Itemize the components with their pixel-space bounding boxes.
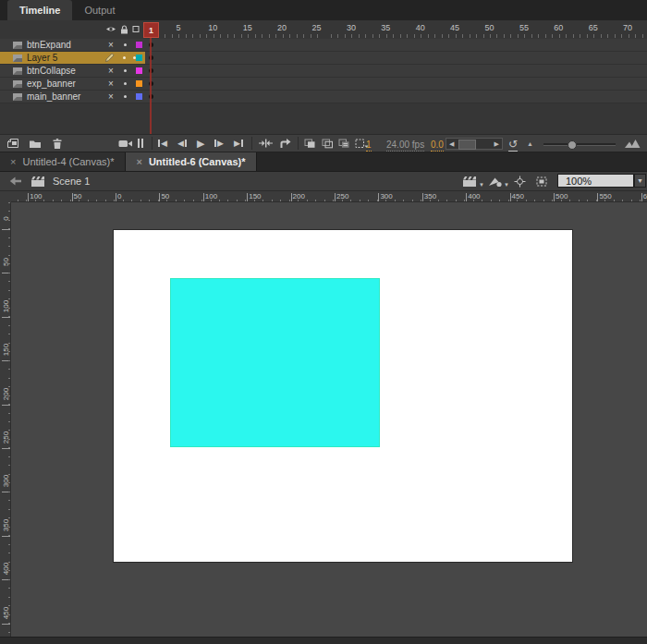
layer-row-main_banner[interactable]: main_banner×: [0, 91, 647, 103]
frame-number: 55: [519, 23, 529, 32]
loop-playback-button[interactable]: [278, 135, 292, 152]
hidden-x-mark[interactable]: ×: [108, 91, 114, 103]
layer-page-icon: [12, 92, 23, 102]
scene-breadcrumb[interactable]: Scene 1: [53, 172, 90, 190]
step-forward-button[interactable]: ▶: [214, 135, 224, 152]
ruler-label: 0: [2, 210, 10, 228]
layer-name[interactable]: btnExpand: [27, 39, 71, 51]
tab-timeline[interactable]: Timeline: [7, 0, 72, 20]
pasteboard[interactable]: [11, 202, 647, 644]
onion-skin-outlines-button[interactable]: [322, 135, 334, 152]
edit-symbols-button[interactable]: ▼: [487, 172, 509, 190]
layer-name[interactable]: exp_banner: [27, 78, 76, 90]
slider-thumb[interactable]: [568, 140, 577, 150]
ruler-label: 600: [643, 192, 647, 200]
doc-tab-untitled-4[interactable]: × Untitled-4 (Canvas)*: [0, 152, 126, 171]
frame-number: 45: [450, 23, 459, 32]
scene-clapperboard-icon: [31, 172, 46, 190]
ruler-label: 50: [2, 253, 10, 272]
hidden-x-mark[interactable]: ×: [108, 65, 114, 77]
unlocked-dot[interactable]: [124, 95, 127, 98]
visible-dot[interactable]: [123, 56, 126, 59]
ruler-label: 300: [2, 472, 10, 491]
ruler-tick: [2, 273, 10, 273]
doc-tab-untitled-6[interactable]: × Untitled-6 (Canvas)*: [126, 152, 257, 171]
add-camera-button[interactable]: [118, 135, 133, 152]
new-layer-button[interactable]: [6, 135, 19, 152]
frame-size-slider[interactable]: [543, 143, 616, 146]
layer-row-layer-5[interactable]: Layer 5: [0, 52, 647, 65]
ruler-tick: [159, 193, 160, 201]
frame-number: 25: [312, 23, 322, 32]
layer-outline-swatch[interactable]: [136, 42, 142, 48]
go-to-first-frame-button[interactable]: ◀: [158, 135, 167, 152]
document-tabbar: × Untitled-4 (Canvas)* × Untitled-6 (Can…: [0, 152, 647, 172]
playhead[interactable]: 1: [143, 22, 159, 38]
delete-layer-button[interactable]: [52, 135, 63, 152]
clip-content-button[interactable]: [535, 172, 548, 190]
close-icon[interactable]: ×: [10, 156, 16, 167]
layer-row-exp_banner[interactable]: exp_banner×: [0, 78, 647, 91]
layer-outline-swatch[interactable]: [136, 67, 142, 74]
ruler-tick: [116, 193, 116, 201]
ruler-label: 150: [249, 192, 261, 200]
layer-row-btncollapse[interactable]: btnCollapse×: [0, 65, 647, 78]
ruler-tick: [554, 193, 555, 201]
center-stage-button[interactable]: [514, 172, 526, 190]
zoom-dropdown-button[interactable]: ▼: [634, 174, 646, 188]
cyan-rectangle-shape[interactable]: [170, 278, 380, 447]
divider: [152, 137, 153, 150]
layer-row-left[interactable]: main_banner×: [0, 91, 145, 103]
layer-outline-swatch[interactable]: [136, 55, 142, 61]
stage[interactable]: [114, 230, 572, 562]
zoom-level-input[interactable]: 100%: [557, 174, 634, 188]
layer-name[interactable]: Layer 5: [27, 52, 57, 64]
edit-scene-button[interactable]: ▼: [462, 172, 484, 190]
shrink-frame-view-button[interactable]: ▲: [527, 135, 533, 152]
close-icon[interactable]: ×: [136, 156, 141, 167]
ruler-tick: [2, 448, 10, 449]
reset-timeline-zoom-button[interactable]: ↺: [508, 137, 518, 152]
ruler-tick: [378, 193, 379, 201]
show-parenting-button[interactable]: [138, 135, 143, 152]
scroll-right-icon[interactable]: ▶: [494, 140, 499, 147]
unlocked-dot[interactable]: [124, 69, 127, 72]
layer-outline-swatch[interactable]: [136, 93, 142, 100]
layer-row-left[interactable]: Layer 5: [0, 52, 145, 64]
layer-name[interactable]: main_banner: [27, 91, 80, 103]
layer-row-btnexpand[interactable]: btnExpand×: [0, 39, 647, 52]
unlocked-dot[interactable]: [124, 43, 127, 46]
layer-row-left[interactable]: btnCollapse×: [0, 65, 145, 77]
divider: [251, 137, 252, 150]
ruler-label: 100: [205, 192, 217, 200]
play-button[interactable]: ▶: [197, 135, 204, 152]
unlocked-dot[interactable]: [124, 82, 127, 85]
step-back-button[interactable]: ◀: [177, 135, 187, 152]
onion-skin-button[interactable]: [304, 135, 316, 152]
ruler-label: 400: [2, 560, 10, 578]
scroll-left-icon[interactable]: ◀: [449, 140, 454, 147]
timeline-scrollbar[interactable]: ◀ ▶: [446, 138, 503, 150]
flash-animate-window: Timeline Output 510152025303540455055606…: [0, 0, 647, 644]
scrollbar-thumb[interactable]: [458, 140, 476, 150]
timeline-header: 510152025303540455055606570 1: [0, 20, 647, 39]
tab-output[interactable]: Output: [72, 0, 127, 20]
go-to-last-frame-button[interactable]: ▶: [234, 135, 243, 152]
layer-outline-swatch[interactable]: [136, 80, 142, 87]
layer-row-left[interactable]: exp_banner×: [0, 78, 145, 90]
fps-indicator[interactable]: 24.00 fps: [386, 137, 424, 153]
current-frame-indicator[interactable]: 1: [366, 137, 372, 153]
hidden-x-mark[interactable]: ×: [108, 78, 114, 90]
center-frame-button[interactable]: [259, 135, 273, 152]
layer-name[interactable]: btnCollapse: [27, 65, 76, 77]
new-folder-button[interactable]: [29, 135, 42, 152]
frame-tick-marks: [145, 34, 647, 38]
frame-number: 60: [554, 23, 563, 32]
resize-frame-view-icon[interactable]: [625, 135, 641, 152]
ruler-tick: [247, 193, 248, 201]
back-arrow-icon[interactable]: [9, 172, 22, 190]
ruler-tick: [28, 193, 29, 201]
hidden-x-mark[interactable]: ×: [108, 39, 114, 51]
edit-multiple-frames-button[interactable]: [338, 135, 350, 152]
layer-row-left[interactable]: btnExpand×: [0, 39, 145, 51]
